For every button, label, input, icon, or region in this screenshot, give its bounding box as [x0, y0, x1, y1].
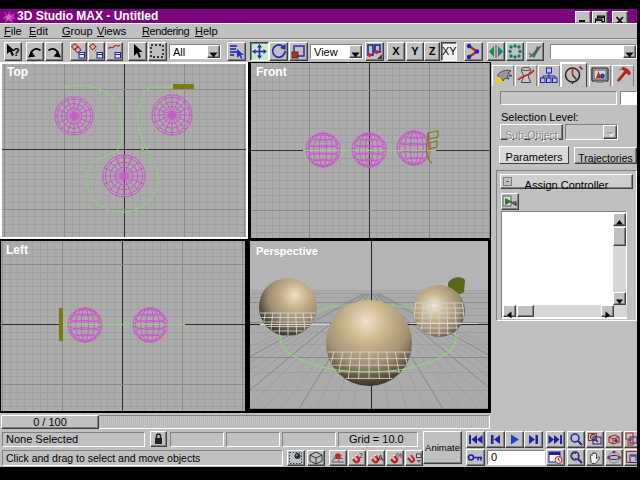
svg-text:Perspective: Perspective — [256, 245, 318, 257]
svg-text:Top: Top — [7, 65, 28, 79]
svg-text:%: % — [396, 451, 403, 460]
svg-text:2: 2 — [359, 452, 363, 459]
svg-text:?: ? — [13, 46, 20, 58]
svg-text:Left: Left — [6, 243, 28, 257]
svg-text:Front: Front — [256, 65, 287, 79]
